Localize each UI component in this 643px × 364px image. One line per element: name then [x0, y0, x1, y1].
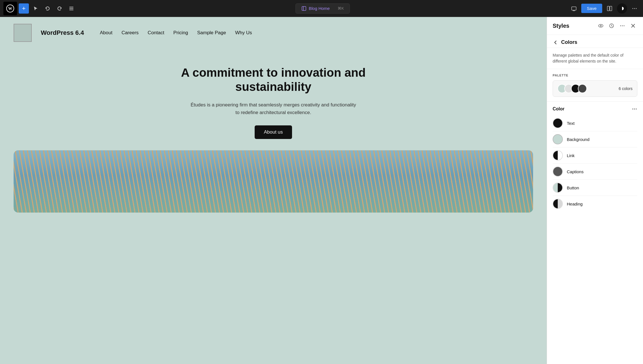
color-section-header: Color: [553, 106, 637, 112]
toolbar: W + Blog Home ⌘K Save: [0, 0, 643, 17]
nav-contact[interactable]: Contact: [148, 30, 164, 36]
color-label-text: Text: [567, 121, 575, 126]
palette-label: PALETTE: [553, 74, 637, 77]
svg-point-20: [624, 25, 625, 26]
color-section-title: Color: [553, 106, 565, 112]
layout-button[interactable]: [604, 3, 615, 14]
site-logo: [14, 24, 32, 42]
site-title: WordPress 6.4: [41, 29, 84, 37]
colors-title: Colors: [561, 39, 577, 45]
site-nav: About Careers Contact Pricing Sample Pag…: [100, 30, 252, 36]
architecture-image: [14, 150, 533, 213]
preview-button[interactable]: [569, 3, 579, 14]
svg-rect-5: [302, 7, 306, 10]
architecture-image-inner: [14, 150, 533, 213]
nav-sample-page[interactable]: Sample Page: [197, 30, 226, 36]
hero-section: A commitment to innovation and sustainab…: [0, 49, 547, 150]
panel-header: Styles: [547, 17, 643, 35]
nav-about[interactable]: About: [100, 30, 112, 36]
color-item-background[interactable]: Background: [553, 131, 637, 147]
select-tool-button[interactable]: [31, 3, 41, 14]
color-label-background: Background: [567, 137, 589, 142]
svg-point-18: [620, 25, 621, 26]
panel-title: Styles: [553, 23, 569, 29]
color-section-more-button[interactable]: [632, 106, 637, 112]
nav-careers[interactable]: Careers: [122, 30, 139, 36]
theme-toggle-button[interactable]: [617, 3, 627, 14]
panel-header-icons: [597, 22, 637, 30]
close-panel-button[interactable]: [629, 22, 637, 30]
svg-point-13: [634, 8, 635, 9]
nav-pricing[interactable]: Pricing: [173, 30, 188, 36]
color-label-button: Button: [567, 185, 579, 190]
toolbar-right: Save: [569, 3, 640, 14]
color-swatch-button: [553, 183, 563, 193]
svg-point-24: [634, 109, 635, 110]
color-item-captions[interactable]: Captions: [553, 164, 637, 180]
canvas: WordPress 6.4 About Careers Contact Pric…: [0, 17, 547, 364]
svg-point-12: [633, 8, 633, 9]
add-button[interactable]: +: [19, 3, 29, 14]
colors-description: Manage palettes and the default color of…: [547, 48, 643, 69]
undo-button[interactable]: [42, 3, 53, 14]
color-swatch-link: [553, 150, 563, 160]
more-options-button[interactable]: [629, 3, 640, 14]
svg-point-15: [599, 24, 603, 27]
svg-text:W: W: [8, 7, 12, 11]
palette-circle-4: [578, 84, 587, 93]
hero-button[interactable]: About us: [255, 125, 292, 139]
list-view-button[interactable]: [66, 3, 76, 14]
back-button[interactable]: [553, 40, 558, 45]
colors-header: Colors: [547, 35, 643, 48]
blog-home-pill[interactable]: Blog Home ⌘K: [295, 3, 350, 14]
palette-section: PALETTE 6 colors: [547, 69, 643, 102]
hero-heading: A commitment to innovation and sustainab…: [174, 66, 372, 94]
svg-rect-4: [69, 10, 73, 10]
right-panel: Styles Colors: [547, 17, 643, 364]
history-button[interactable]: [607, 22, 616, 30]
color-swatch-text: [553, 118, 563, 128]
site-header: WordPress 6.4 About Careers Contact Pric…: [0, 17, 547, 49]
nav-why-us[interactable]: Why Us: [235, 30, 252, 36]
palette-count: 6 colors: [619, 86, 633, 91]
svg-rect-11: [610, 6, 612, 11]
wordpress-logo: W: [3, 2, 17, 15]
panel-more-button[interactable]: [618, 22, 627, 30]
svg-rect-2: [69, 7, 73, 7]
palette-circles: [557, 84, 585, 93]
color-swatch-captions: [553, 166, 563, 177]
color-item-link[interactable]: Link: [553, 147, 637, 164]
toolbar-left: W +: [3, 2, 76, 15]
color-label-captions: Captions: [567, 169, 584, 174]
svg-point-16: [600, 25, 601, 26]
color-swatch-heading: [553, 199, 563, 209]
blog-home-label: Blog Home: [309, 6, 330, 11]
shortcut-label: ⌘K: [338, 6, 344, 10]
color-item-text[interactable]: Text: [553, 115, 637, 131]
svg-point-19: [622, 25, 623, 26]
hero-subtext: Études is a pioneering firm that seamles…: [188, 101, 358, 116]
color-label-link: Link: [567, 153, 575, 158]
toolbar-center: Blog Home ⌘K: [78, 3, 568, 14]
svg-rect-10: [607, 6, 609, 11]
color-item-button[interactable]: Button: [553, 180, 637, 196]
color-section: Color Text Background L: [547, 102, 643, 216]
color-label-heading: Heading: [567, 202, 583, 206]
svg-point-25: [636, 109, 637, 110]
svg-rect-3: [69, 8, 73, 9]
redo-button[interactable]: [54, 3, 65, 14]
color-swatch-background: [553, 134, 563, 144]
svg-point-14: [636, 8, 637, 9]
color-item-heading[interactable]: Heading: [553, 196, 637, 212]
palette-row[interactable]: 6 colors: [553, 80, 637, 97]
main-layout: WordPress 6.4 About Careers Contact Pric…: [0, 17, 643, 364]
preview-styles-button[interactable]: [597, 22, 605, 30]
svg-point-23: [633, 109, 633, 110]
svg-rect-7: [572, 7, 576, 10]
save-button[interactable]: Save: [581, 4, 602, 13]
